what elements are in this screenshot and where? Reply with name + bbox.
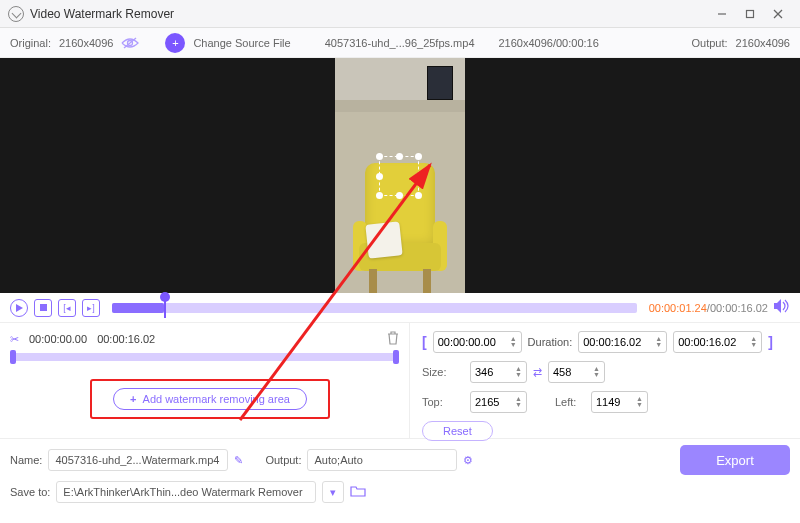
- picture-frame-decor: [427, 66, 453, 100]
- watermark-selection-box[interactable]: [379, 156, 419, 196]
- output-resolution: 2160x4096: [736, 37, 790, 49]
- size-height-input[interactable]: ▲▼: [548, 361, 605, 383]
- video-frame: [335, 58, 465, 293]
- stepper-icon[interactable]: ▲▼: [515, 366, 522, 378]
- svg-marker-6: [16, 304, 23, 312]
- clip-end-time: 00:00:16.02: [97, 333, 155, 345]
- play-button[interactable]: [10, 299, 28, 317]
- range-end-bracket-icon[interactable]: ]: [768, 334, 773, 350]
- change-source-plus-button[interactable]: +: [165, 33, 185, 53]
- resize-handle-tm[interactable]: [396, 153, 403, 160]
- stepper-icon[interactable]: ▲▼: [750, 336, 757, 348]
- stop-button[interactable]: [34, 299, 52, 317]
- clip-start-time: 00:00:00.00: [29, 333, 87, 345]
- size-label: Size:: [422, 366, 464, 378]
- stepper-icon[interactable]: ▲▼: [515, 396, 522, 408]
- step-forward-button[interactable]: ▸]: [82, 299, 100, 317]
- change-source-label[interactable]: Change Source File: [193, 37, 290, 49]
- output-settings-icon[interactable]: ⚙: [463, 454, 473, 467]
- link-aspect-icon[interactable]: ⇄: [533, 366, 542, 379]
- resize-handle-bm[interactable]: [396, 192, 403, 199]
- minimize-button[interactable]: [708, 2, 736, 26]
- output-format-field[interactable]: Auto;Auto: [307, 449, 457, 471]
- stepper-icon[interactable]: ▲▼: [655, 336, 662, 348]
- resize-handle-mr[interactable]: [415, 173, 422, 180]
- clip-pane: ✂ 00:00:00.00 00:00:16.02 + Add watermar…: [0, 323, 410, 438]
- info-bar: Original: 2160x4096 + Change Source File…: [0, 28, 800, 58]
- open-folder-icon[interactable]: [350, 485, 366, 499]
- close-button[interactable]: [764, 2, 792, 26]
- resize-handle-bl[interactable]: [376, 192, 383, 199]
- resize-handle-br[interactable]: [415, 192, 422, 199]
- svg-rect-1: [747, 10, 754, 17]
- player-controls: [◂ ▸] 00:00:01.24/00:00:16.02: [0, 293, 800, 323]
- duration-label: Duration:: [528, 336, 573, 348]
- volume-icon[interactable]: [774, 299, 790, 316]
- svg-marker-8: [774, 299, 781, 313]
- maximize-button[interactable]: [736, 2, 764, 26]
- original-label: Original:: [10, 37, 51, 49]
- source-filename: 4057316-uhd_...96_25fps.mp4: [325, 37, 475, 49]
- plus-icon: +: [130, 393, 136, 405]
- delete-clip-button[interactable]: [387, 331, 399, 347]
- resize-handle-ml[interactable]: [376, 173, 383, 180]
- video-preview-area[interactable]: [0, 58, 800, 293]
- app-logo-icon: [8, 6, 24, 22]
- add-area-label: Add watermark removing area: [143, 393, 290, 405]
- edit-name-icon[interactable]: ✎: [234, 454, 243, 467]
- range-start-bracket-icon[interactable]: [: [422, 334, 427, 350]
- name-label: Name:: [10, 454, 42, 466]
- range-end-input[interactable]: ▲▼: [673, 331, 762, 353]
- timeline-slider[interactable]: [112, 303, 637, 313]
- range-duration-input[interactable]: ▲▼: [578, 331, 667, 353]
- source-res-time: 2160x4096/00:00:16: [499, 37, 599, 49]
- export-button[interactable]: Export: [680, 445, 790, 475]
- pos-left-input[interactable]: ▲▼: [591, 391, 648, 413]
- clip-range-slider[interactable]: [10, 353, 399, 361]
- original-resolution: 2160x4096: [59, 37, 113, 49]
- timeline-handle[interactable]: [164, 298, 166, 318]
- size-width-input[interactable]: ▲▼: [470, 361, 527, 383]
- total-time: 00:00:16.02: [710, 302, 768, 314]
- time-display: 00:00:01.24/00:00:16.02: [649, 302, 768, 314]
- properties-pane: [ ▲▼ Duration:▲▼ ▲▼ ] Size: ▲▼ ⇄ ▲▼ Top:…: [410, 323, 800, 438]
- resize-handle-tl[interactable]: [376, 153, 383, 160]
- window-title: Video Watermark Remover: [30, 7, 708, 21]
- stepper-icon[interactable]: ▲▼: [636, 396, 643, 408]
- chevron-down-icon: ▾: [330, 486, 336, 499]
- output-label: Output:: [691, 37, 727, 49]
- pos-top-input[interactable]: ▲▼: [470, 391, 527, 413]
- top-label: Top:: [422, 396, 464, 408]
- bottom-bar: Name: 4057316-uhd_2...Watermark.mp4 ✎ Ou…: [0, 438, 800, 509]
- add-watermark-area-button[interactable]: + Add watermark removing area: [113, 388, 307, 410]
- svg-rect-7: [40, 304, 47, 311]
- left-label: Left:: [555, 396, 585, 408]
- save-to-label: Save to:: [10, 486, 50, 498]
- titlebar: Video Watermark Remover: [0, 0, 800, 28]
- annotation-highlight: + Add watermark removing area: [90, 379, 330, 419]
- preview-toggle-icon[interactable]: [121, 37, 139, 49]
- reset-button[interactable]: Reset: [422, 421, 493, 441]
- step-back-button[interactable]: [◂: [58, 299, 76, 317]
- save-path-dropdown[interactable]: ▾: [322, 481, 344, 503]
- current-time: 00:00:01.24: [649, 302, 707, 314]
- resize-handle-tr[interactable]: [415, 153, 422, 160]
- scissors-icon: ✂: [10, 333, 19, 346]
- range-start-input[interactable]: ▲▼: [433, 331, 522, 353]
- name-field[interactable]: 4057316-uhd_2...Watermark.mp4: [48, 449, 228, 471]
- stepper-icon[interactable]: ▲▼: [593, 366, 600, 378]
- stepper-icon[interactable]: ▲▼: [510, 336, 517, 348]
- save-path-field[interactable]: E:\ArkThinker\ArkThin...deo Watermark Re…: [56, 481, 316, 503]
- output-select-label: Output:: [265, 454, 301, 466]
